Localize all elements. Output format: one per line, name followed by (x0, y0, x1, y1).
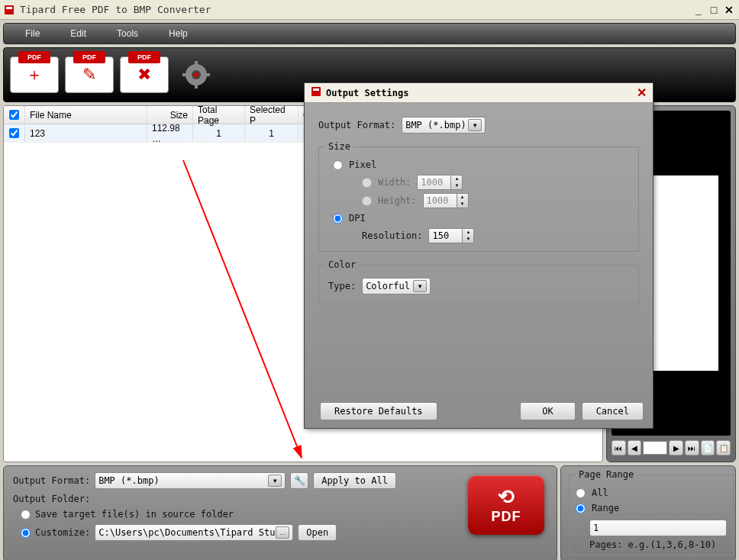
remove-pdf-button[interactable]: PDF ✖ (120, 56, 169, 93)
menu-edit[interactable]: Edit (55, 25, 102, 42)
menu-help[interactable]: Help (153, 25, 203, 42)
cancel-button[interactable]: Cancel (582, 402, 644, 420)
convert-button[interactable]: ⟲ PDF (468, 475, 544, 535)
height-spinner: ▲▼ (423, 193, 469, 208)
height-radio (362, 196, 372, 206)
window-title: Tipard Free PDF to BMP Converter (20, 4, 690, 15)
nav-doc2-button[interactable]: 📋 (716, 440, 731, 455)
add-pdf-button[interactable]: PDF ＋ (10, 56, 59, 93)
cell-pages: 1 (193, 124, 245, 142)
menu-file[interactable]: File (10, 25, 55, 42)
header-checkbox[interactable] (4, 106, 25, 124)
open-folder-button[interactable]: Open (298, 524, 337, 541)
page-range-panel: Page Range All Range Pages: e.g.(1,3,6,8… (560, 465, 736, 560)
nav-prev-button[interactable]: ◀ (628, 440, 642, 455)
chevron-down-icon: ▼ (468, 119, 482, 131)
plus-icon: ＋ (26, 63, 43, 86)
chevron-down-icon: ▼ (268, 475, 282, 487)
dpi-label: DPI (349, 213, 366, 224)
menubar: File Edit Tools Help (3, 23, 736, 44)
nav-doc1-button[interactable]: 📄 (701, 440, 715, 455)
range-range-radio[interactable] (576, 504, 586, 513)
spin-down-icon[interactable]: ▼ (463, 236, 473, 243)
type-label: Type: (328, 281, 356, 291)
nav-next-button[interactable]: ▶ (669, 440, 683, 455)
dialog-title: Output Settings (326, 88, 637, 98)
ellipsis-icon: … (276, 526, 289, 539)
save-source-label: Save target file(s) in source folder (35, 509, 234, 520)
width-radio (362, 178, 372, 188)
app-icon (3, 4, 15, 16)
dlg-format-label: Output Format: (318, 120, 395, 130)
dialog-titlebar: Output Settings ✕ (305, 83, 653, 103)
restore-defaults-button[interactable]: Restore Defaults (320, 402, 437, 420)
height-label: Height: (378, 195, 417, 206)
color-fieldset: Color Type: Colorful ▼ (318, 259, 639, 304)
dlg-format-select[interactable]: BMP (*.bmp) ▼ (402, 117, 486, 134)
svg-rect-0 (5, 5, 14, 14)
range-hint: Pages: e.g.(1,3,6,8-10) (589, 539, 727, 550)
minimize-button[interactable]: _ (692, 3, 705, 17)
menu-tools[interactable]: Tools (102, 25, 153, 42)
titlebar: Tipard Free PDF to BMP Converter _ □ ✕ (0, 0, 739, 20)
output-format-label: Output Format: (13, 475, 90, 486)
edit-pdf-button[interactable]: PDF ✎ (65, 56, 114, 93)
resolution-spinner[interactable]: ▲▼ (428, 228, 474, 243)
nav-last-button[interactable]: ⏭ (685, 440, 699, 455)
output-format-select[interactable]: BMP (*.bmp) ▼ (95, 472, 286, 489)
row-checkbox[interactable] (9, 128, 19, 138)
settings-button[interactable] (178, 56, 215, 93)
pencil-icon: ✎ (82, 65, 96, 85)
size-fieldset: Size Pixel Width: ▲▼ Height: ▲▼ (318, 141, 639, 252)
header-size[interactable]: Size (147, 106, 193, 124)
customize-radio[interactable] (21, 528, 31, 538)
output-settings-dialog: Output Settings ✕ Output Format: BMP (*.… (304, 82, 653, 429)
header-filename[interactable]: File Name (25, 106, 147, 124)
apply-to-all-button[interactable]: Apply to All (313, 472, 396, 489)
convert-arrows-icon: ⟲ (498, 485, 515, 509)
svg-rect-7 (204, 73, 210, 76)
header-selected-pages[interactable]: Selected P (245, 106, 299, 124)
maximize-button[interactable]: □ (707, 3, 721, 17)
pdf-tag-icon: PDF (73, 51, 105, 63)
range-all-radio[interactable] (576, 488, 586, 498)
size-legend: Size (325, 141, 353, 152)
convert-text: PDF (492, 509, 521, 525)
customize-label: Customize: (35, 527, 90, 538)
output-folder-label: Output Folder: (13, 494, 90, 504)
range-range-label: Range (592, 503, 619, 513)
svg-rect-11 (313, 89, 319, 91)
dialog-close-button[interactable]: ✕ (637, 85, 647, 100)
pdf-tag-icon: PDF (18, 51, 50, 63)
gear-icon (181, 60, 211, 90)
ok-button[interactable]: OK (520, 402, 575, 420)
nav-first-button[interactable]: ⏮ (612, 440, 626, 455)
color-type-select[interactable]: Colorful ▼ (362, 278, 431, 294)
cell-filename: 123 (25, 124, 147, 142)
preview-nav: ⏮ ◀ ▶ ⏭ 📄 📋 (612, 439, 731, 457)
range-all-label: All (592, 488, 608, 498)
cell-size: 112.98 … (147, 124, 193, 142)
svg-rect-10 (311, 87, 321, 96)
svg-rect-1 (6, 7, 12, 9)
nav-page-input[interactable] (643, 441, 667, 455)
pixel-radio[interactable] (333, 160, 343, 170)
spin-up-icon[interactable]: ▲ (463, 229, 473, 236)
page-range-legend: Page Range (576, 469, 637, 480)
pixel-label: Pixel (349, 159, 376, 170)
width-spinner: ▲▼ (417, 175, 463, 190)
output-settings-button[interactable]: 🔧 (290, 472, 308, 489)
range-input[interactable] (589, 520, 727, 536)
remove-icon: ✖ (137, 65, 151, 85)
dialog-icon (311, 86, 321, 99)
svg-point-8 (194, 72, 198, 77)
cell-selected: 1 (245, 124, 299, 142)
save-source-radio[interactable] (21, 510, 31, 520)
customize-path-field[interactable]: C:\Users\pc\Documents\Tipard Studio\Tipa… (95, 524, 293, 541)
svg-rect-6 (182, 73, 189, 76)
close-button[interactable]: ✕ (722, 3, 736, 17)
header-total-pages[interactable]: Total Page (193, 106, 245, 124)
dpi-radio[interactable] (333, 214, 343, 224)
width-label: Width: (378, 177, 411, 188)
color-legend: Color (325, 259, 359, 270)
